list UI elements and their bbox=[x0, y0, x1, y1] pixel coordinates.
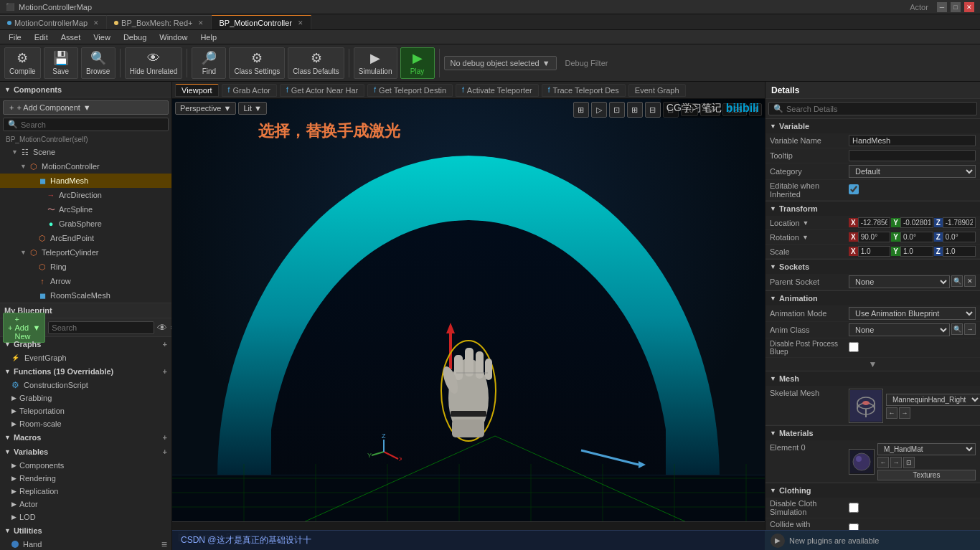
tree-motioncontroller[interactable]: ▼ ⬡ MotionController bbox=[0, 159, 171, 174]
editable-checkbox[interactable] bbox=[849, 184, 859, 194]
compile-btn[interactable]: ⚙ Compile bbox=[4, 47, 41, 79]
details-search[interactable]: 🔍 bbox=[768, 102, 977, 115]
menu-file[interactable]: File bbox=[3, 32, 27, 43]
scale-x-input[interactable] bbox=[858, 246, 891, 257]
vp-tab-viewport[interactable]: Viewport bbox=[175, 84, 219, 97]
menu-debug[interactable]: Debug bbox=[118, 32, 152, 43]
variable-section-header[interactable]: ▼ Variable bbox=[765, 119, 980, 133]
vp-tab-getactor[interactable]: f Get Actor Near Har bbox=[280, 84, 364, 97]
socket-search-btn[interactable]: 🔍 bbox=[951, 275, 963, 287]
functions-section[interactable]: ▼ Functions (19 Overridable) + bbox=[0, 364, 171, 379]
maximize-btn[interactable]: □ bbox=[951, 2, 961, 12]
scale-z-input[interactable] bbox=[943, 246, 976, 257]
find-btn[interactable]: 🔎 Find bbox=[192, 47, 226, 79]
tree-teleportcylinder[interactable]: ▼ ⬡ TeleportCylinder bbox=[0, 245, 171, 260]
minimize-btn[interactable]: ─ bbox=[937, 2, 947, 12]
anim-expand[interactable]: ▼ bbox=[765, 358, 980, 371]
loc-x-input[interactable] bbox=[858, 217, 891, 228]
transform-section-header[interactable]: ▼ Transform bbox=[765, 201, 980, 216]
skeletal-mesh-select[interactable]: MannequinHand_Right bbox=[886, 394, 980, 406]
textures-btn[interactable]: Textures bbox=[877, 470, 976, 480]
parent-socket-select[interactable]: None bbox=[849, 275, 950, 288]
tree-scene[interactable]: ▼ ☷ Scene bbox=[0, 145, 171, 159]
mat-back-btn[interactable]: ← bbox=[877, 457, 889, 468]
mat-forward-btn[interactable]: → bbox=[890, 457, 902, 468]
anim-mode-select[interactable]: Use Animation Blueprint bbox=[849, 307, 976, 320]
debug-object-selector[interactable]: No debug object selected ▼ bbox=[444, 56, 557, 70]
components-subsection[interactable]: ▶ Components bbox=[0, 459, 171, 472]
save-btn[interactable]: 💾 Save bbox=[44, 47, 78, 79]
vp-icon-1[interactable]: ⊞ bbox=[573, 102, 589, 118]
close-btn[interactable]: ✕ bbox=[964, 2, 974, 12]
materials-header[interactable]: ▼ Materials bbox=[765, 426, 980, 440]
anim-search-btn[interactable]: 🔍 bbox=[951, 323, 963, 335]
tooltip-input[interactable] bbox=[849, 150, 976, 161]
tab-motioncontrollermap[interactable]: MotionControllerMap ✕ bbox=[0, 15, 107, 29]
lit-btn[interactable]: Lit ▼ bbox=[238, 102, 267, 115]
anim-class-select[interactable]: None bbox=[849, 323, 950, 336]
variables-section[interactable]: ▼ Variables + bbox=[0, 445, 171, 459]
components-search[interactable]: 🔍 bbox=[3, 118, 169, 131]
tab-motioncontroller[interactable]: BP_MotionController ✕ bbox=[212, 15, 311, 29]
menu-view[interactable]: View bbox=[88, 32, 116, 43]
grabbing-section[interactable]: ▶ Grabbing bbox=[0, 392, 171, 404]
eye-icon[interactable]: 👁 bbox=[157, 322, 167, 333]
vp-icon-2[interactable]: ▷ bbox=[591, 102, 607, 118]
scale-y-input[interactable] bbox=[900, 246, 933, 257]
animation-header[interactable]: ▼ Animation bbox=[765, 291, 980, 305]
tree-roomscalemesh[interactable]: ◼ RoomScaleMesh bbox=[0, 288, 171, 303]
mat-copy-btn[interactable]: ⊡ bbox=[903, 457, 915, 468]
viewport-3d[interactable]: 选择，替换手成激光 Perspective ▼ Lit ▼ ⊞ ▷ ⊡ ⊞ ⊟ bbox=[172, 99, 765, 521]
class-settings-btn[interactable]: ⚙ Class Settings bbox=[229, 47, 285, 79]
mesh-back-btn[interactable]: ← bbox=[886, 407, 897, 419]
class-defaults-btn[interactable]: ⚙ Class Defaults bbox=[288, 47, 344, 79]
rot-z-input[interactable] bbox=[943, 232, 976, 242]
vp-tab-getteleport[interactable]: f Get Teleport Destin bbox=[367, 84, 453, 97]
macros-section[interactable]: ▼ Macros + bbox=[0, 430, 171, 445]
components-search-input[interactable] bbox=[21, 120, 164, 129]
simulation-btn[interactable]: ▶ Simulation bbox=[354, 47, 397, 79]
sockets-header[interactable]: ▼ Sockets bbox=[765, 260, 980, 274]
perspective-btn[interactable]: Perspective ▼ bbox=[175, 102, 236, 115]
construction-script-item[interactable]: ⚙ ConstructionScript bbox=[0, 379, 171, 392]
vp-icon-5[interactable]: ⊟ bbox=[645, 102, 661, 118]
add-component-btn[interactable]: + + Add Component ▼ bbox=[3, 100, 169, 115]
mesh-header[interactable]: ▼ Mesh bbox=[765, 371, 980, 386]
rot-x-input[interactable] bbox=[858, 232, 891, 242]
tab-boxmesh[interactable]: BP_BoxMesh: Red+ ✕ bbox=[107, 15, 212, 29]
tab-close-3[interactable]: ✕ bbox=[298, 19, 303, 27]
variables-plus[interactable]: + bbox=[163, 447, 167, 456]
vp-icon-4[interactable]: ⊞ bbox=[627, 102, 643, 118]
tree-grabsphere[interactable]: ● GrabSphere bbox=[0, 217, 171, 231]
disable-cloth-checkbox[interactable] bbox=[849, 503, 859, 513]
vp-icon-3[interactable]: ⊡ bbox=[609, 102, 625, 118]
graphs-plus[interactable]: + bbox=[163, 340, 167, 349]
anim-arrow-btn[interactable]: → bbox=[964, 323, 976, 335]
loc-y-input[interactable] bbox=[900, 217, 933, 228]
menu-help[interactable]: Help bbox=[194, 32, 222, 43]
tree-arcendpoint[interactable]: ⬡ ArcEndPoint bbox=[0, 231, 171, 245]
category-select[interactable]: Default bbox=[849, 165, 976, 178]
tab-close-1[interactable]: ✕ bbox=[93, 19, 99, 27]
hide-unrelated-btn[interactable]: 👁 Hide Unrelated bbox=[125, 47, 183, 79]
tree-ring[interactable]: ⬡ Ring bbox=[0, 260, 171, 274]
tree-arcspline[interactable]: 〜 ArcSpline bbox=[0, 202, 171, 217]
tree-arrow-comp[interactable]: ↑ Arrow bbox=[0, 274, 171, 288]
functions-plus[interactable]: + bbox=[163, 367, 167, 376]
browse-btn[interactable]: 🔍 Browse bbox=[81, 47, 116, 79]
tree-arcdirection[interactable]: → ArcDirection bbox=[0, 188, 171, 202]
add-new-btn[interactable]: + + Add New ▼ bbox=[3, 313, 45, 343]
menu-window[interactable]: Window bbox=[154, 32, 193, 43]
roomscale-section[interactable]: ▶ Room-scale bbox=[0, 417, 171, 430]
disable-post-checkbox[interactable] bbox=[849, 342, 859, 352]
macros-plus[interactable]: + bbox=[163, 433, 167, 442]
vp-tab-eventgraph[interactable]: Event Graph bbox=[628, 84, 686, 97]
material-select[interactable]: M_HandMat bbox=[877, 443, 976, 455]
vp-tab-activatetele[interactable]: f Activate Teleporter bbox=[456, 84, 539, 97]
event-graph-item[interactable]: ⚡ EventGraph bbox=[0, 351, 171, 364]
settings-icon[interactable]: ⚙ bbox=[170, 322, 171, 333]
socket-clear-btn[interactable]: ✕ bbox=[964, 275, 976, 287]
variable-name-input[interactable] bbox=[849, 135, 976, 146]
vp-tab-tracetele[interactable]: f Trace Teleport Des bbox=[542, 84, 626, 97]
teleportation-section[interactable]: ▶ Teleportation bbox=[0, 404, 171, 417]
